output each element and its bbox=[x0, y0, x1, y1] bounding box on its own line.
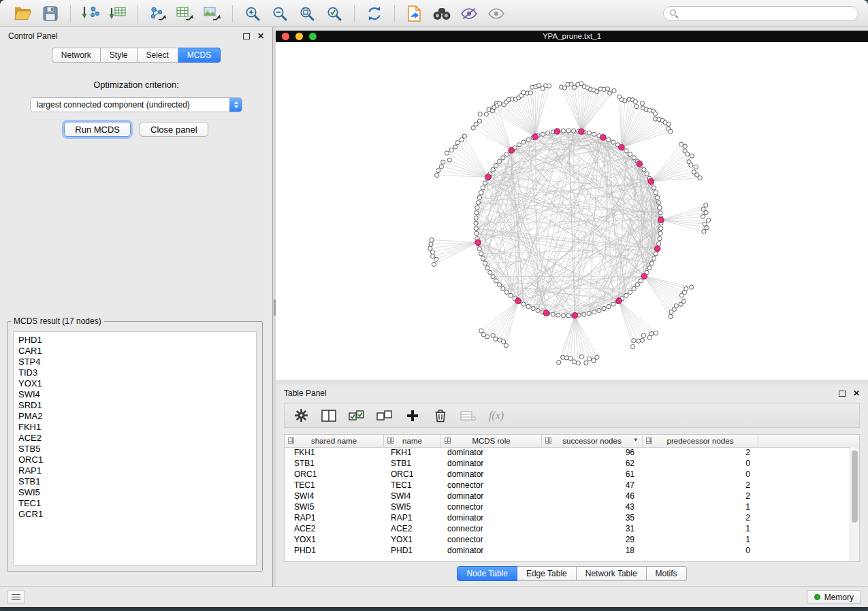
mcds-result-item[interactable]: YOX1 bbox=[18, 378, 251, 389]
mcds-result-item[interactable]: STP4 bbox=[18, 357, 251, 367]
tab-edge-table[interactable]: Edge Table bbox=[517, 566, 577, 581]
search-input[interactable] bbox=[682, 8, 852, 19]
mcds-result-item[interactable]: STB1 bbox=[18, 476, 251, 487]
table-row[interactable]: TEC1TEC1connector472 bbox=[285, 480, 850, 491]
export-table-button[interactable] bbox=[174, 3, 197, 24]
task-history-button[interactable] bbox=[7, 591, 25, 604]
window-maximize-icon[interactable] bbox=[309, 33, 317, 40]
close-mcds-panel-button[interactable]: Close panel bbox=[140, 122, 208, 137]
toolbar-separator bbox=[70, 5, 71, 22]
mcds-result-item[interactable]: CAR1 bbox=[18, 346, 251, 357]
open-folder-icon bbox=[14, 6, 32, 20]
tab-node-table[interactable]: Node Table bbox=[457, 566, 517, 581]
column-header-name[interactable]: name bbox=[384, 435, 441, 447]
window-close-icon[interactable] bbox=[282, 33, 289, 40]
show-all-button[interactable] bbox=[485, 3, 508, 24]
save-session-button[interactable] bbox=[39, 3, 62, 24]
run-mcds-button[interactable]: Run MCDS bbox=[64, 122, 131, 137]
table-row[interactable]: RAP1RAP1dominator352 bbox=[285, 512, 850, 523]
tab-network[interactable]: Network bbox=[52, 48, 101, 63]
tab-style[interactable]: Style bbox=[101, 48, 138, 63]
mcds-result-item[interactable]: ACE2 bbox=[18, 433, 251, 444]
cell-mcds_role: dominator bbox=[441, 546, 542, 555]
close-panel-icon[interactable]: ✕ bbox=[257, 32, 264, 40]
float-panel-icon[interactable] bbox=[243, 33, 250, 39]
cell-successor_nodes: 96 bbox=[542, 448, 643, 457]
mcds-result-item[interactable]: ORC1 bbox=[18, 455, 251, 465]
import-table-button[interactable] bbox=[106, 3, 129, 24]
find-button[interactable] bbox=[430, 3, 453, 24]
zoom-fit-button[interactable] bbox=[295, 3, 319, 24]
memory-button[interactable]: Memory bbox=[807, 590, 861, 604]
close-panel-icon[interactable]: ✕ bbox=[853, 389, 860, 397]
mcds-result-item[interactable]: TID3 bbox=[18, 367, 251, 378]
show-columns-button[interactable] bbox=[321, 407, 337, 425]
column-header-predecessor-nodes[interactable]: predecessor nodes bbox=[643, 435, 758, 447]
zoom-fit-icon bbox=[299, 5, 315, 22]
mcds-result-item[interactable]: PHD1 bbox=[18, 335, 251, 346]
cell-mcds_role: dominator bbox=[441, 513, 542, 523]
refresh-layout-button[interactable] bbox=[363, 3, 386, 24]
table-row[interactable]: ORC1ORC1dominator610 bbox=[285, 469, 850, 480]
mcds-result-item[interactable]: RAP1 bbox=[18, 465, 251, 476]
search-box[interactable] bbox=[663, 6, 858, 21]
table-row[interactable]: SWI5SWI5connector431 bbox=[285, 501, 850, 512]
network-window: YPA_prune.txt_1 bbox=[276, 31, 868, 380]
cell-name: TEC1 bbox=[384, 480, 441, 490]
zoom-selected-button[interactable] bbox=[323, 3, 346, 24]
delete-row-button[interactable] bbox=[432, 407, 449, 425]
table-scrollbar[interactable] bbox=[850, 447, 859, 561]
share-document-button[interactable] bbox=[403, 3, 426, 24]
criterion-dropdown[interactable]: largest connected component (undirected) bbox=[30, 97, 242, 112]
column-header-successor-nodes[interactable]: successor nodes▾ bbox=[542, 435, 643, 447]
network-window-titlebar[interactable]: YPA_prune.txt_1 bbox=[276, 31, 868, 42]
table-row[interactable]: SWI4SWI4dominator462 bbox=[285, 491, 850, 501]
tab-network-table[interactable]: Network Table bbox=[577, 566, 647, 581]
deselect-all-button[interactable] bbox=[376, 407, 393, 425]
column-header-MCDS-role[interactable]: MCDS role bbox=[441, 435, 542, 447]
tab-mcds[interactable]: MCDS bbox=[178, 48, 221, 63]
export-network-button[interactable] bbox=[146, 3, 170, 24]
table-row[interactable]: FKH1FKH1dominator962 bbox=[285, 447, 850, 458]
column-header-shared-name[interactable]: shared name bbox=[285, 435, 384, 447]
mcds-result-item[interactable]: TEC1 bbox=[18, 498, 251, 509]
zoom-out-icon bbox=[272, 5, 288, 22]
mcds-result-item[interactable]: SWI5 bbox=[18, 487, 251, 498]
mcds-result-item[interactable]: SWI4 bbox=[18, 389, 251, 400]
zoom-in-button[interactable] bbox=[241, 3, 264, 24]
tab-select[interactable]: Select bbox=[138, 48, 178, 63]
table-settings-button[interactable] bbox=[293, 407, 309, 425]
table-row[interactable]: ACE2ACE2connector311 bbox=[285, 523, 850, 534]
network-canvas[interactable] bbox=[276, 42, 868, 380]
cell-successor_nodes: 31 bbox=[542, 524, 643, 533]
select-all-button[interactable] bbox=[349, 407, 365, 425]
tab-motifs[interactable]: Motifs bbox=[647, 566, 687, 581]
network-graph[interactable] bbox=[276, 42, 868, 380]
cell-mcds_role: connector bbox=[441, 535, 542, 544]
sort-grid-icon bbox=[288, 437, 294, 444]
column-label: name bbox=[402, 437, 422, 445]
add-row-button[interactable] bbox=[404, 407, 421, 425]
export-image-button[interactable] bbox=[201, 3, 224, 24]
mcds-result-item[interactable]: STB5 bbox=[18, 444, 251, 455]
hide-selected-button[interactable] bbox=[457, 3, 481, 24]
cell-shared_name: SWI5 bbox=[285, 502, 384, 512]
mcds-result-list[interactable]: PHD1CAR1STP4TID3YOX1SWI4SRD1PMA2FKH1ACE2… bbox=[13, 331, 257, 565]
float-panel-icon[interactable] bbox=[839, 391, 846, 397]
fx-icon: f(x) bbox=[489, 410, 504, 422]
toolbar-separator bbox=[394, 5, 395, 22]
column-menu-icon[interactable]: ▾ bbox=[634, 436, 637, 443]
import-network-button[interactable] bbox=[79, 3, 102, 24]
mcds-result-item[interactable]: SRD1 bbox=[18, 400, 251, 411]
mcds-result-item[interactable]: PMA2 bbox=[18, 411, 251, 422]
table-row[interactable]: PHD1PHD1dominator180 bbox=[285, 545, 850, 556]
window-minimize-icon[interactable] bbox=[295, 33, 303, 40]
scrollbar-thumb[interactable] bbox=[852, 450, 858, 523]
mcds-result-item[interactable]: GCR1 bbox=[18, 509, 251, 520]
table-row[interactable]: YOX1YOX1connector291 bbox=[285, 534, 850, 545]
mcds-result-item[interactable]: FKH1 bbox=[18, 422, 251, 433]
open-file-button[interactable] bbox=[12, 3, 35, 24]
zoom-out-button[interactable] bbox=[268, 3, 291, 24]
table-row[interactable]: STB1STB1dominator620 bbox=[285, 458, 850, 469]
plus-icon bbox=[406, 410, 419, 422]
